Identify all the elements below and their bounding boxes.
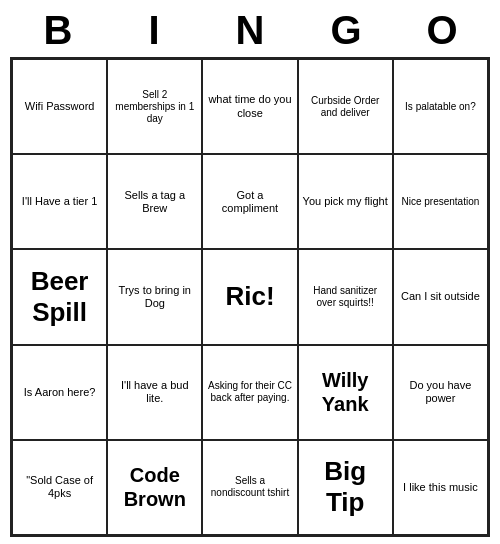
- bingo-cell[interactable]: Hand sanitizer over squirts!!: [298, 249, 393, 344]
- bingo-cell[interactable]: Got a compliment: [202, 154, 297, 249]
- bingo-grid: Wifi PasswordSell 2 memberships in 1 day…: [10, 57, 490, 537]
- bingo-cell[interactable]: Code Brown: [107, 440, 202, 535]
- bingo-title: B I N G O: [10, 0, 490, 57]
- bingo-cell[interactable]: Sell 2 memberships in 1 day: [107, 59, 202, 154]
- bingo-cell[interactable]: Beer Spill: [12, 249, 107, 344]
- bingo-cell[interactable]: Is Aaron here?: [12, 345, 107, 440]
- title-g: G: [310, 8, 382, 53]
- bingo-cell[interactable]: Can I sit outside: [393, 249, 488, 344]
- title-n: N: [214, 8, 286, 53]
- bingo-cell[interactable]: I'll have a bud lite.: [107, 345, 202, 440]
- bingo-cell[interactable]: Ric!: [202, 249, 297, 344]
- bingo-cell[interactable]: Is palatable on?: [393, 59, 488, 154]
- title-b: B: [22, 8, 94, 53]
- bingo-cell[interactable]: I'll Have a tier 1: [12, 154, 107, 249]
- bingo-cell[interactable]: Asking for their CC back after paying.: [202, 345, 297, 440]
- bingo-cell[interactable]: Big Tip: [298, 440, 393, 535]
- bingo-cell[interactable]: I like this music: [393, 440, 488, 535]
- bingo-cell[interactable]: Willy Yank: [298, 345, 393, 440]
- title-i: I: [118, 8, 190, 53]
- title-o: O: [406, 8, 478, 53]
- bingo-cell[interactable]: what time do you close: [202, 59, 297, 154]
- bingo-cell[interactable]: Curbside Order and deliver: [298, 59, 393, 154]
- bingo-cell[interactable]: Sells a tag a Brew: [107, 154, 202, 249]
- bingo-cell[interactable]: Do you have power: [393, 345, 488, 440]
- bingo-cell[interactable]: "Sold Case of 4pks: [12, 440, 107, 535]
- bingo-cell[interactable]: You pick my flight: [298, 154, 393, 249]
- bingo-cell[interactable]: Wifi Password: [12, 59, 107, 154]
- bingo-cell[interactable]: Sells a nondiscount tshirt: [202, 440, 297, 535]
- bingo-cell[interactable]: Nice presentation: [393, 154, 488, 249]
- bingo-cell[interactable]: Trys to bring in Dog: [107, 249, 202, 344]
